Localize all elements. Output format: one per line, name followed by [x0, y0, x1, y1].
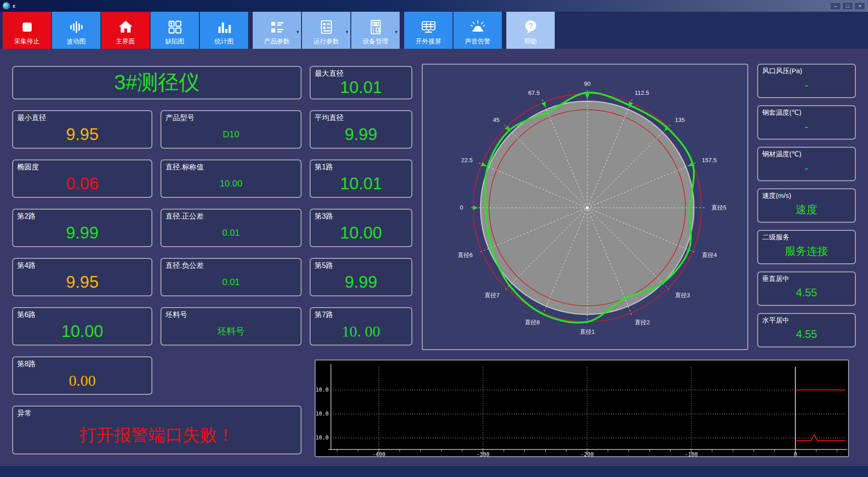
status-steel-temperature: 钢材温度(℃) - [757, 147, 856, 181]
button-label: 帮助 [524, 37, 537, 46]
metric-billet-number: 坯料号 坯料号 [160, 307, 302, 346]
status-value: 4.55 [758, 323, 855, 346]
metric-avg-diameter: 平均直径 9.99 [310, 110, 412, 149]
svg-text:22.5: 22.5 [461, 157, 472, 164]
device-manage-button[interactable]: 设备管理 ▼ [351, 12, 400, 49]
device-manage-icon [368, 19, 384, 35]
product-params-icon [269, 19, 285, 35]
window-controls: – □ × [830, 2, 865, 10]
button-label: 运行参数 [314, 37, 339, 46]
svg-text:10.0: 10.0 [316, 387, 329, 393]
metric-channel-5: 第5路 9.99 [310, 258, 412, 296]
metric-label: 直径.负公差 [165, 261, 203, 271]
svg-text:112.5: 112.5 [635, 89, 649, 96]
close-button[interactable]: × [854, 2, 865, 10]
status-level2-service: 二级服务 服务连接 [757, 230, 856, 264]
metric-value: 10. 00 [311, 319, 411, 344]
help-icon: ? [523, 19, 539, 35]
main-toolbar: 采集停止 波动图 主界面 缺陷图 统计图 产品参数 ▼ [0, 12, 868, 49]
run-params-button[interactable]: 运行参数 ▼ [302, 12, 350, 49]
metric-label: 直径.标称值 [165, 163, 203, 172]
metric-value: 0.00 [13, 368, 151, 393]
metric-value: 10.00 [161, 171, 301, 196]
defect-grid-icon [167, 19, 183, 35]
metric-channel-7: 第7路 10. 00 [310, 307, 412, 346]
polar-chart-svg: 90112.5135157.5直径5直径4直径3直径2直径1直径8直径7直径60… [423, 65, 747, 349]
window-title: c [13, 3, 15, 9]
home-icon [118, 19, 134, 35]
metric-value: 10.00 [311, 220, 411, 245]
svg-text:?: ? [528, 22, 533, 30]
svg-text:直径1: 直径1 [580, 328, 594, 335]
process-status-panel: 风口风压(Pa) - 钢套温度(℃) - 钢材温度(℃) - 速度(m/s) 速… [757, 64, 856, 347]
status-wind-pressure: 风口风压(Pa) - [757, 64, 856, 98]
page-title: 3#测径仪 [13, 67, 301, 98]
minimize-button[interactable]: – [830, 2, 841, 10]
svg-text:直径4: 直径4 [702, 252, 717, 258]
metric-channel-1: 第1路 10.01 [310, 159, 412, 198]
metric-value: D10 [161, 122, 301, 147]
maximize-button[interactable]: □ [842, 2, 853, 10]
svg-text:135: 135 [675, 117, 685, 123]
chevron-down-icon: ▼ [394, 30, 398, 34]
metric-label: 直径.正公差 [165, 212, 203, 221]
metric-channel-6: 第6路 10.00 [12, 307, 152, 346]
metric-label: 第3路 [315, 212, 333, 221]
metric-channel-3: 第3路 10.00 [310, 209, 412, 247]
svg-text:45: 45 [493, 117, 499, 123]
alarm-box: 异常 打开报警端口失败！ [12, 406, 302, 454]
chevron-down-icon: ▼ [345, 30, 349, 34]
status-speed: 速度(m/s) 速度 [757, 188, 856, 223]
metric-value: 9.99 [311, 122, 411, 147]
button-label: 采集停止 [14, 37, 40, 46]
metric-channel-4: 第4路 9.95 [12, 258, 152, 296]
metric-label: 产品型号 [165, 113, 194, 123]
status-sleeve-temperature: 钢套温度(℃) - [757, 105, 856, 140]
metric-nominal-diameter: 直径.标称值 10.00 [160, 159, 302, 198]
metric-value: 坯料号 [161, 319, 301, 344]
status-footer [0, 466, 868, 477]
button-label: 缺陷图 [165, 37, 184, 46]
gauge-title-box: 3#测径仪 [12, 66, 302, 99]
metric-label: 第5路 [315, 261, 333, 271]
metric-value: 10.01 [311, 78, 411, 98]
metric-channel-8: 第8路 0.00 [12, 356, 152, 395]
metric-label: 第8路 [17, 360, 36, 369]
button-label: 设备管理 [363, 37, 388, 46]
metric-label: 椭圆度 [17, 163, 39, 172]
svg-text:直径5: 直径5 [712, 204, 726, 211]
metric-value: 9.95 [13, 270, 151, 295]
button-label: 开外接屏 [416, 37, 441, 46]
svg-text:直径7: 直径7 [485, 292, 500, 299]
main-screen-button[interactable]: 主界面 [101, 12, 150, 49]
metric-label: 坯料号 [165, 310, 187, 320]
metric-value: 0.01 [161, 220, 301, 245]
metric-channel-2: 第2路 9.99 [12, 209, 152, 247]
metric-value: 0.01 [161, 270, 301, 295]
metric-label: 最小直径 [17, 113, 46, 123]
metric-value: 9.99 [13, 220, 151, 245]
waveform-icon [68, 19, 85, 35]
product-params-button[interactable]: 产品参数 ▼ [253, 12, 301, 49]
diameter-trend-chart: 10.010.010.0-400-300-200-1000 [315, 360, 849, 457]
app-logo-icon [3, 2, 10, 9]
svg-text:直径3: 直径3 [675, 292, 690, 299]
help-button[interactable]: ? 帮助 [506, 12, 555, 49]
main-area: 3#测径仪 最大直径 10.01 最小直径 9.95 产品型号 D10 平均直径… [0, 49, 868, 466]
metric-label: 最大直径 [315, 69, 344, 79]
metric-value: 9.95 [13, 122, 151, 147]
button-label: 产品参数 [264, 37, 290, 46]
trend-chart-svg: 10.010.010.0-400-300-200-1000 [316, 360, 848, 456]
statistics-chart-button[interactable]: 统计图 [200, 12, 248, 49]
stop-acquisition-button[interactable]: 采集停止 [3, 12, 51, 49]
stop-icon [19, 19, 35, 35]
svg-text:90: 90 [584, 80, 590, 87]
sound-alarm-button[interactable]: 声音告警 [453, 12, 502, 49]
external-screen-icon [420, 19, 437, 35]
metric-ovality: 椭圆度 0.06 [12, 159, 152, 198]
defect-chart-button[interactable]: 缺陷图 [151, 12, 199, 49]
alarm-message: 打开报警端口失败！ [13, 417, 301, 453]
wave-chart-button[interactable]: 波动图 [52, 12, 100, 49]
external-screen-button[interactable]: 开外接屏 [404, 12, 453, 49]
button-label: 波动图 [67, 37, 86, 46]
